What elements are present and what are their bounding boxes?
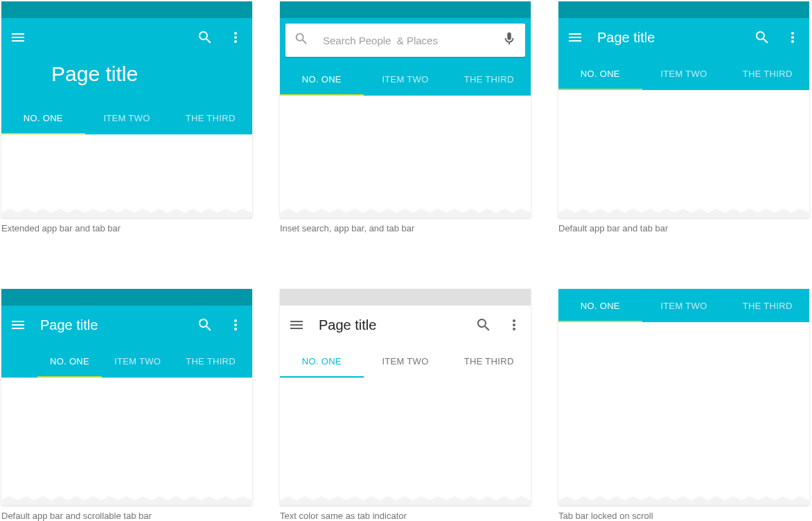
mic-icon[interactable] [502,31,517,49]
tab-no-one[interactable]: NO. ONE [1,101,85,134]
page-title: Page title [319,317,376,333]
caption: Default app bar and tab bar [558,223,809,233]
search-icon[interactable] [197,29,213,46]
caption: Extended app bar and tab bar [1,223,252,233]
tab-item-two[interactable]: ITEM TWO [364,344,448,378]
status-bar [558,1,809,18]
app-bar: Page title [1,306,252,344]
card-text-indicator: Page title NO. ONE ITEM TWO THE THIRD [280,289,531,505]
more-vert-icon[interactable] [506,317,522,333]
search-input[interactable] [323,35,488,46]
torn-edge-icon [558,209,809,218]
tab-item-two[interactable]: ITEM TWO [85,101,169,134]
page-title: Page title [40,317,98,333]
tab-the-third[interactable]: THE THIRD [173,344,248,378]
tab-bar-scrollable[interactable]: NO. ONE ITEM TWO THE THIRD [1,344,252,378]
card-scrollable-tabs: Page title NO. ONE ITEM TWO THE THIRD [1,289,252,505]
torn-edge-icon [280,209,531,218]
torn-edge-icon [558,496,809,505]
page-title: Page title [597,30,655,46]
app-bar-extended: Page title [1,18,252,101]
more-vert-icon[interactable] [227,29,244,46]
search-box[interactable] [285,24,525,57]
tab-item-two[interactable]: ITEM TWO [642,57,726,90]
status-bar [1,289,252,306]
search-icon[interactable] [197,317,213,333]
tab-bar: NO. ONE ITEM TWO THE THIRD [280,62,531,96]
tab-bar: NO. ONE ITEM TWO THE THIRD [1,101,252,134]
app-bar-light: Page title [280,306,531,344]
tab-the-third[interactable]: THE THIRD [725,289,809,322]
menu-icon[interactable] [10,317,26,333]
tab-no-one[interactable]: NO. ONE [558,289,642,322]
tab-no-one[interactable]: NO. ONE [37,344,102,378]
tab-the-third[interactable]: THE THIRD [725,57,809,90]
tab-bar-locked: NO. ONE ITEM TWO THE THIRD [558,289,809,322]
tab-item-two[interactable]: ITEM TWO [364,62,448,96]
caption: Inset search, app bar, and tab bar [280,223,531,233]
content-area [280,96,531,218]
content-area [1,378,252,505]
more-vert-icon[interactable] [784,29,801,46]
more-vert-icon[interactable] [227,317,244,333]
content-area [1,134,252,218]
tab-no-one[interactable]: NO. ONE [280,344,364,378]
tab-no-one[interactable]: NO. ONE [280,62,364,96]
caption: Default app bar and scrollable tab bar [1,511,252,521]
search-icon[interactable] [754,29,770,46]
caption: Text color same as tab indicator [280,511,531,521]
tab-bar: NO. ONE ITEM TWO THE THIRD [558,57,809,90]
tab-item-two[interactable]: ITEM TWO [102,344,173,378]
menu-icon[interactable] [567,29,583,46]
content-area [558,322,809,505]
card-inset-search: NO. ONE ITEM TWO THE THIRD [280,1,531,218]
torn-edge-icon [280,496,531,505]
card-extended-appbar: Page title NO. ONE ITEM TWO THE THIRD [1,1,252,218]
status-bar [1,1,252,18]
caption: Tab bar locked on scroll [558,511,809,521]
card-locked-tabs: NO. ONE ITEM TWO THE THIRD [558,289,809,505]
menu-icon[interactable] [10,29,26,46]
menu-icon[interactable] [288,317,305,333]
tab-no-one[interactable]: NO. ONE [558,57,642,90]
search-app-bar [280,18,531,62]
app-bar: Page title [558,18,809,57]
torn-edge-icon [1,209,252,218]
torn-edge-icon [1,496,252,505]
status-bar [280,1,531,18]
card-default-appbar: Page title NO. ONE ITEM TWO THE THIRD [558,1,809,218]
tab-bar-light: NO. ONE ITEM TWO THE THIRD [280,344,531,378]
tab-the-third[interactable]: THE THIRD [447,344,531,378]
content-area [558,90,809,218]
tab-the-third[interactable]: THE THIRD [447,62,531,96]
tab-item-two[interactable]: ITEM TWO [642,289,726,322]
page-title: Page title [51,62,138,86]
tab-the-third[interactable]: THE THIRD [168,101,252,134]
content-area [280,378,531,505]
search-icon [294,31,309,49]
search-icon[interactable] [475,317,492,333]
status-bar [280,289,531,306]
